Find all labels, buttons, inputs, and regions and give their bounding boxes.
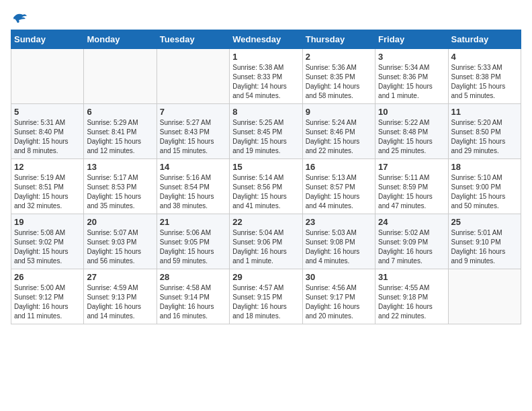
day-number: 11: [451, 107, 518, 117]
day-number: 10: [378, 107, 445, 117]
day-info: Sunrise: 5:10 AM Sunset: 9:00 PM Dayligh…: [451, 173, 518, 211]
day-number: 23: [306, 217, 372, 227]
calendar-cell: 14Sunrise: 5:16 AM Sunset: 8:54 PM Dayli…: [157, 159, 229, 214]
calendar-cell: 7Sunrise: 5:27 AM Sunset: 8:43 PM Daylig…: [157, 104, 229, 159]
calendar-cell: 4Sunrise: 5:33 AM Sunset: 8:38 PM Daylig…: [448, 49, 521, 104]
calendar-table: SundayMondayTuesdayWednesdayThursdayFrid…: [11, 30, 521, 324]
calendar-cell: 20Sunrise: 5:07 AM Sunset: 9:03 PM Dayli…: [84, 214, 157, 269]
day-info: Sunrise: 5:04 AM Sunset: 9:06 PM Dayligh…: [232, 228, 299, 266]
calendar-week-row: 1Sunrise: 5:38 AM Sunset: 8:33 PM Daylig…: [11, 49, 521, 104]
day-number: 21: [160, 217, 226, 227]
day-number: 31: [378, 272, 445, 282]
day-info: Sunrise: 4:56 AM Sunset: 9:17 PM Dayligh…: [306, 283, 372, 321]
day-info: Sunrise: 5:13 AM Sunset: 8:57 PM Dayligh…: [306, 173, 372, 211]
day-info: Sunrise: 5:02 AM Sunset: 9:09 PM Dayligh…: [378, 228, 445, 266]
day-header-saturday: Saturday: [448, 30, 521, 49]
day-header-tuesday: Tuesday: [157, 30, 229, 49]
day-info: Sunrise: 5:11 AM Sunset: 8:59 PM Dayligh…: [378, 173, 445, 211]
day-number: 29: [232, 272, 299, 282]
calendar-cell: [11, 49, 84, 104]
day-number: 20: [87, 217, 153, 227]
calendar-week-row: 26Sunrise: 5:00 AM Sunset: 9:12 PM Dayli…: [11, 269, 521, 324]
day-info: Sunrise: 5:14 AM Sunset: 8:56 PM Dayligh…: [232, 173, 299, 211]
day-info: Sunrise: 4:58 AM Sunset: 9:14 PM Dayligh…: [160, 283, 226, 321]
calendar-cell: 28Sunrise: 4:58 AM Sunset: 9:14 PM Dayli…: [157, 269, 229, 324]
calendar-cell: 10Sunrise: 5:22 AM Sunset: 8:48 PM Dayli…: [375, 104, 448, 159]
day-number: 24: [378, 217, 445, 227]
day-info: Sunrise: 5:01 AM Sunset: 9:10 PM Dayligh…: [451, 228, 518, 266]
calendar-cell: 19Sunrise: 5:08 AM Sunset: 9:02 PM Dayli…: [11, 214, 84, 269]
day-info: Sunrise: 5:07 AM Sunset: 9:03 PM Dayligh…: [87, 228, 153, 266]
day-number: 17: [378, 162, 445, 172]
calendar-cell: 31Sunrise: 4:55 AM Sunset: 9:18 PM Dayli…: [375, 269, 448, 324]
calendar-cell: [157, 49, 229, 104]
day-info: Sunrise: 5:27 AM Sunset: 8:43 PM Dayligh…: [160, 118, 226, 156]
calendar-cell: [84, 49, 157, 104]
calendar-cell: 18Sunrise: 5:10 AM Sunset: 9:00 PM Dayli…: [448, 159, 521, 214]
day-info: Sunrise: 5:29 AM Sunset: 8:41 PM Dayligh…: [87, 118, 153, 156]
day-info: Sunrise: 5:00 AM Sunset: 9:12 PM Dayligh…: [14, 283, 81, 321]
day-info: Sunrise: 5:31 AM Sunset: 8:40 PM Dayligh…: [14, 118, 81, 156]
day-number: 6: [87, 107, 153, 117]
day-number: 18: [451, 162, 518, 172]
calendar-week-row: 19Sunrise: 5:08 AM Sunset: 9:02 PM Dayli…: [11, 214, 521, 269]
day-number: 19: [14, 217, 81, 227]
day-number: 13: [87, 162, 153, 172]
calendar-cell: 29Sunrise: 4:57 AM Sunset: 9:15 PM Dayli…: [230, 269, 302, 324]
calendar-cell: 1Sunrise: 5:38 AM Sunset: 8:33 PM Daylig…: [230, 49, 302, 104]
calendar-cell: 9Sunrise: 5:24 AM Sunset: 8:46 PM Daylig…: [302, 104, 375, 159]
day-info: Sunrise: 5:24 AM Sunset: 8:46 PM Dayligh…: [306, 118, 372, 156]
day-info: Sunrise: 5:08 AM Sunset: 9:02 PM Dayligh…: [14, 228, 81, 266]
calendar-cell: [448, 269, 521, 324]
calendar-cell: 12Sunrise: 5:19 AM Sunset: 8:51 PM Dayli…: [11, 159, 84, 214]
day-info: Sunrise: 5:17 AM Sunset: 8:53 PM Dayligh…: [87, 173, 153, 211]
calendar-cell: 5Sunrise: 5:31 AM Sunset: 8:40 PM Daylig…: [11, 104, 84, 159]
logo: [11, 11, 28, 24]
day-number: 27: [87, 272, 153, 282]
day-number: 12: [14, 162, 81, 172]
day-number: 4: [451, 52, 518, 62]
day-number: 28: [160, 272, 226, 282]
calendar-cell: 22Sunrise: 5:04 AM Sunset: 9:06 PM Dayli…: [230, 214, 302, 269]
calendar-cell: 8Sunrise: 5:25 AM Sunset: 8:45 PM Daylig…: [230, 104, 302, 159]
calendar-cell: 16Sunrise: 5:13 AM Sunset: 8:57 PM Dayli…: [302, 159, 375, 214]
day-info: Sunrise: 4:55 AM Sunset: 9:18 PM Dayligh…: [378, 283, 445, 321]
day-info: Sunrise: 5:19 AM Sunset: 8:51 PM Dayligh…: [14, 173, 81, 211]
day-number: 7: [160, 107, 226, 117]
day-info: Sunrise: 5:36 AM Sunset: 8:35 PM Dayligh…: [306, 63, 372, 101]
calendar-cell: 2Sunrise: 5:36 AM Sunset: 8:35 PM Daylig…: [302, 49, 375, 104]
calendar-cell: 25Sunrise: 5:01 AM Sunset: 9:10 PM Dayli…: [448, 214, 521, 269]
day-number: 25: [451, 217, 518, 227]
day-info: Sunrise: 5:38 AM Sunset: 8:33 PM Dayligh…: [232, 63, 299, 101]
calendar-cell: 6Sunrise: 5:29 AM Sunset: 8:41 PM Daylig…: [84, 104, 157, 159]
day-number: 5: [14, 107, 81, 117]
day-number: 22: [232, 217, 299, 227]
calendar-cell: 27Sunrise: 4:59 AM Sunset: 9:13 PM Dayli…: [84, 269, 157, 324]
day-number: 3: [378, 52, 445, 62]
day-number: 16: [306, 162, 372, 172]
day-number: 2: [306, 52, 372, 62]
calendar-cell: 23Sunrise: 5:03 AM Sunset: 9:08 PM Dayli…: [302, 214, 375, 269]
calendar-cell: 26Sunrise: 5:00 AM Sunset: 9:12 PM Dayli…: [11, 269, 84, 324]
day-header-wednesday: Wednesday: [230, 30, 302, 49]
calendar-cell: 24Sunrise: 5:02 AM Sunset: 9:09 PM Dayli…: [375, 214, 448, 269]
day-number: 1: [232, 52, 299, 62]
calendar-header-row: SundayMondayTuesdayWednesdayThursdayFrid…: [11, 30, 521, 49]
day-info: Sunrise: 5:06 AM Sunset: 9:05 PM Dayligh…: [160, 228, 226, 266]
day-info: Sunrise: 5:03 AM Sunset: 9:08 PM Dayligh…: [306, 228, 372, 266]
calendar-cell: 13Sunrise: 5:17 AM Sunset: 8:53 PM Dayli…: [84, 159, 157, 214]
calendar-cell: 30Sunrise: 4:56 AM Sunset: 9:17 PM Dayli…: [302, 269, 375, 324]
day-info: Sunrise: 5:34 AM Sunset: 8:36 PM Dayligh…: [378, 63, 445, 101]
calendar-cell: 17Sunrise: 5:11 AM Sunset: 8:59 PM Dayli…: [375, 159, 448, 214]
calendar-cell: 11Sunrise: 5:20 AM Sunset: 8:50 PM Dayli…: [448, 104, 521, 159]
day-header-sunday: Sunday: [11, 30, 84, 49]
day-info: Sunrise: 5:33 AM Sunset: 8:38 PM Dayligh…: [451, 63, 518, 101]
day-info: Sunrise: 4:59 AM Sunset: 9:13 PM Dayligh…: [87, 283, 153, 321]
calendar-week-row: 5Sunrise: 5:31 AM Sunset: 8:40 PM Daylig…: [11, 104, 521, 159]
day-info: Sunrise: 5:16 AM Sunset: 8:54 PM Dayligh…: [160, 173, 226, 211]
calendar-cell: 3Sunrise: 5:34 AM Sunset: 8:36 PM Daylig…: [375, 49, 448, 104]
calendar-cell: 15Sunrise: 5:14 AM Sunset: 8:56 PM Dayli…: [230, 159, 302, 214]
day-header-monday: Monday: [84, 30, 157, 49]
calendar-week-row: 12Sunrise: 5:19 AM Sunset: 8:51 PM Dayli…: [11, 159, 521, 214]
day-number: 26: [14, 272, 81, 282]
